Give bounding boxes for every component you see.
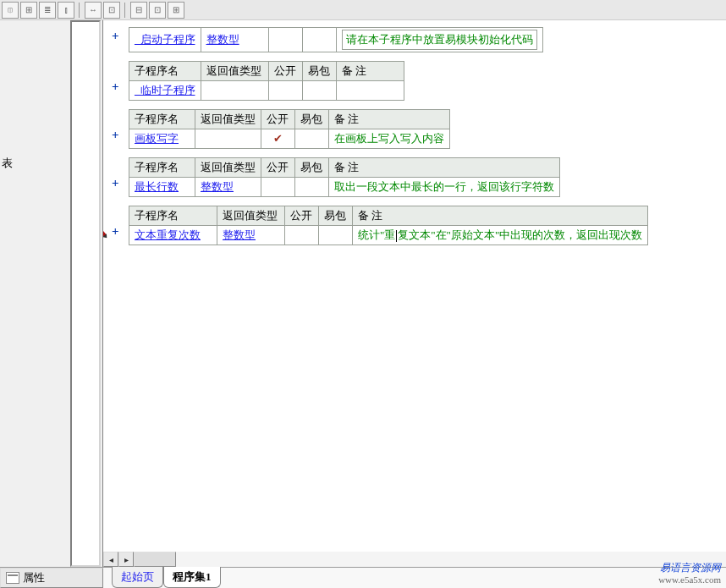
- remark-text: 请在本子程序中放置易模块初始化代码: [342, 30, 537, 50]
- bottom-bar: 属性 起始页 程序集1: [0, 567, 726, 588]
- header-name: 子程序名: [129, 110, 195, 129]
- remark-text: 取出一段文本中最长的一行，返回该行字符数: [334, 180, 554, 193]
- header-public: 公开: [261, 110, 295, 129]
- watermark-title: 易语言资源网: [658, 562, 721, 574]
- toolbar-btn-4[interactable]: ⫿: [58, 2, 74, 19]
- pkg-cell[interactable]: [295, 129, 329, 149]
- expand-icon[interactable]: +: [112, 29, 119, 43]
- header-remark: 备 注: [329, 158, 560, 178]
- code-region[interactable]: + _启动子程序 整数型 请在本子程序中放置易模块初始化代码 + 子程序: [103, 20, 726, 547]
- remark-text-b: 复文本"在"原始文本"中出现的次数，返回出现次数: [398, 228, 642, 241]
- public-cell[interactable]: [285, 226, 319, 245]
- scroll-right-icon[interactable]: ▸: [118, 552, 134, 567]
- return-type-link[interactable]: 整数型: [201, 180, 234, 193]
- toolbar-btn-8[interactable]: ⊡: [149, 2, 166, 19]
- header-rettype: 返回值类型: [195, 158, 261, 178]
- header-rettype: 返回值类型: [217, 206, 285, 226]
- subroutine-table-2: 子程序名 返回值类型 公开 易包 备 注 _临时子程序: [129, 61, 404, 101]
- public-cell[interactable]: [268, 81, 302, 101]
- subroutine-block-5: + 子程序名 返回值类型 公开 易包 备 注 文本重复次数 整数型: [129, 206, 726, 245]
- scroll-track[interactable]: [134, 552, 726, 567]
- horizontal-scrollbar: ◂ ▸: [103, 552, 726, 567]
- properties-button[interactable]: 属性: [0, 568, 103, 588]
- table-row: 画板写字 ✔ 在画板上写入写入内容: [129, 129, 450, 149]
- properties-icon: [6, 572, 19, 584]
- subroutine-table-4: 子程序名 返回值类型 公开 易包 备 注 最长行数 整数型 取出一段文本中最长的…: [129, 157, 560, 197]
- scroll-left-icon[interactable]: ◂: [103, 552, 118, 567]
- table-row: 最长行数 整数型 取出一段文本中最长的一行，返回该行字符数: [129, 178, 560, 197]
- subroutine-name-link[interactable]: 文本重复次数: [135, 228, 201, 241]
- remark-cell-editing[interactable]: 统计"重复文本"在"原始文本"中出现的次数，返回出现次数: [353, 226, 648, 245]
- return-type-link[interactable]: 整数型: [206, 33, 239, 46]
- return-type-cell[interactable]: [201, 81, 268, 101]
- public-checkmark-icon[interactable]: ✔: [261, 129, 295, 149]
- side-label: 表: [2, 156, 13, 171]
- header-public: 公开: [261, 158, 295, 178]
- expand-icon[interactable]: +: [112, 176, 119, 190]
- toolbar-btn-7[interactable]: ⊟: [130, 2, 147, 19]
- table-row: _临时子程序: [129, 81, 404, 101]
- toolbar-btn-5[interactable]: ↔: [85, 2, 102, 19]
- subroutine-block-3: + 子程序名 返回值类型 公开 易包 备 注 画板写字 ✔ 在画板上写入: [129, 109, 726, 149]
- expand-icon[interactable]: +: [112, 224, 119, 239]
- subroutine-name-link[interactable]: 最长行数: [135, 180, 179, 193]
- pkg-cell[interactable]: [302, 81, 336, 101]
- remark-text: 在画板上写入写入内容: [334, 132, 444, 145]
- pkg-cell[interactable]: [302, 28, 336, 52]
- toolbar-btn-2[interactable]: ⊞: [20, 2, 37, 19]
- header-remark: 备 注: [329, 110, 450, 129]
- return-type-cell[interactable]: [195, 129, 261, 149]
- return-type-link[interactable]: 整数型: [223, 228, 256, 241]
- expand-icon[interactable]: +: [112, 128, 119, 142]
- header-remark: 备 注: [336, 62, 404, 81]
- pkg-cell[interactable]: [295, 178, 329, 197]
- public-cell[interactable]: [268, 28, 302, 52]
- main-area: ▾ × 表 + _启动子程序 整数型 请在本子程序中放置易模块初始化代码: [0, 20, 726, 567]
- main-toolbar: ⎅ ⊞ ≣ ⫿ ↔ ⊡ ⊟ ⊡ ⊞: [0, 0, 726, 20]
- subroutine-name-link[interactable]: _临时子程序: [135, 84, 195, 96]
- toolbar-separator: [79, 3, 80, 18]
- header-name: 子程序名: [129, 62, 201, 81]
- header-rettype: 返回值类型: [195, 110, 261, 129]
- header-pkg: 易包: [319, 206, 353, 226]
- toolbar-btn-6[interactable]: ⊡: [103, 2, 120, 19]
- subroutine-block-2: + 子程序名 返回值类型 公开 易包 备 注 _临时子程序: [129, 61, 726, 101]
- header-rettype: 返回值类型: [201, 62, 268, 81]
- code-editor-area: + _启动子程序 整数型 请在本子程序中放置易模块初始化代码 + 子程序: [103, 20, 726, 567]
- pkg-cell[interactable]: [319, 226, 353, 245]
- public-cell[interactable]: [261, 178, 295, 197]
- watermark: 易语言资源网 www.e5a5x.com: [658, 562, 721, 585]
- subroutine-row-1: _启动子程序 整数型 请在本子程序中放置易模块初始化代码: [129, 27, 543, 52]
- expand-icon[interactable]: +: [112, 80, 119, 94]
- subroutine-name-link[interactable]: _启动子程序: [135, 33, 195, 46]
- tab-start-page[interactable]: 起始页: [112, 567, 163, 588]
- left-panel: ▾ × 表: [0, 20, 103, 567]
- remark-text-a: 统计"重: [358, 228, 395, 241]
- toolbar-btn-3[interactable]: ≣: [39, 2, 56, 19]
- header-public: 公开: [285, 206, 319, 226]
- header-name: 子程序名: [129, 158, 195, 178]
- properties-label: 属性: [23, 570, 45, 585]
- tabs-area: 起始页 程序集1: [103, 568, 726, 588]
- header-pkg: 易包: [295, 158, 329, 178]
- header-name: 子程序名: [129, 206, 217, 226]
- scroll-thumb[interactable]: [134, 552, 176, 567]
- table-row: 文本重复次数 整数型 统计"重复文本"在"原始文本"中出现的次数，返回出现次数: [129, 226, 648, 245]
- header-remark: 备 注: [353, 206, 648, 226]
- toolbar-btn-9[interactable]: ⊞: [168, 2, 184, 19]
- subroutine-table-5: 子程序名 返回值类型 公开 易包 备 注 文本重复次数 整数型 统计"重复文本"…: [129, 206, 648, 245]
- subroutine-block-4: + 子程序名 返回值类型 公开 易包 备 注 最长行数 整数型 取出一段: [129, 157, 726, 197]
- subroutine-block-1: + _启动子程序 整数型 请在本子程序中放置易模块初始化代码: [129, 27, 726, 52]
- subroutine-name-link[interactable]: 画板写字: [135, 132, 179, 145]
- header-pkg: 易包: [302, 62, 336, 81]
- header-pkg: 易包: [295, 110, 329, 129]
- subroutine-table-3: 子程序名 返回值类型 公开 易包 备 注 画板写字 ✔ 在画板上写入写入内容: [129, 109, 450, 149]
- header-public: 公开: [268, 62, 302, 81]
- watermark-url: www.e5a5x.com: [658, 574, 721, 585]
- toolbar-separator: [124, 3, 126, 18]
- left-panel-tree[interactable]: [70, 20, 101, 567]
- toolbar-btn-1[interactable]: ⎅: [2, 2, 19, 19]
- remark-cell[interactable]: [336, 81, 404, 101]
- tab-program-set-1[interactable]: 程序集1: [163, 567, 221, 588]
